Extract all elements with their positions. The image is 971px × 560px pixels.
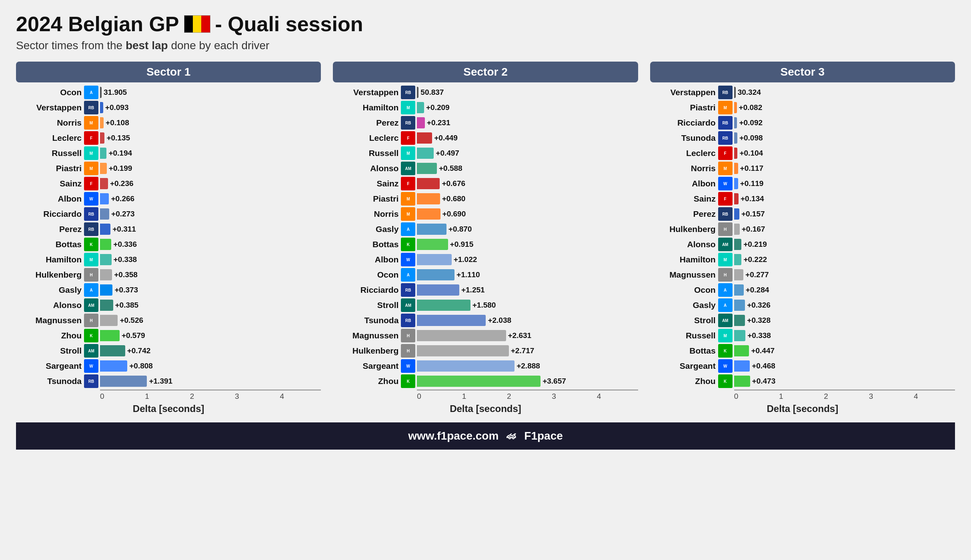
driver-name: Hamilton xyxy=(650,255,718,264)
bar-value: +1.022 xyxy=(454,255,477,264)
driver-name: Stroll xyxy=(16,346,84,356)
x-tick: 1 xyxy=(779,392,783,401)
team-logo: M xyxy=(401,146,415,160)
team-logo: F xyxy=(84,131,98,145)
x-axis: 01234 xyxy=(650,392,955,401)
bar-value: +2.038 xyxy=(488,316,511,325)
bar-row: HamiltonM+0.338 xyxy=(16,253,321,266)
bar-container: +0.104 xyxy=(734,148,955,159)
team-logo: A xyxy=(718,283,733,297)
driver-name: Verstappen xyxy=(333,88,401,97)
driver-name: Albon xyxy=(650,179,718,188)
driver-name: Bottas xyxy=(333,240,401,249)
bar-container: +0.338 xyxy=(734,330,955,341)
bar-row: MagnussenH+0.277 xyxy=(650,268,955,282)
bar-container: +0.676 xyxy=(417,178,638,189)
team-logo: H xyxy=(401,329,415,342)
team-logo: M xyxy=(84,146,98,160)
driver-name: Russell xyxy=(16,148,84,158)
bar-row: HulkenbergH+2.717 xyxy=(333,344,638,358)
bar-value: +1.251 xyxy=(461,286,485,294)
delta-label: Delta [seconds] xyxy=(16,403,321,414)
axis-line xyxy=(734,390,955,390)
bar-row: PiastriM+0.199 xyxy=(16,162,321,175)
driver-name: Tsunoda xyxy=(16,376,84,386)
subtitle: Sector times from the best lap done by e… xyxy=(16,39,955,52)
driver-name: Gasly xyxy=(16,285,84,295)
bar-value: +0.236 xyxy=(110,179,134,188)
driver-name: Sargeant xyxy=(650,361,718,371)
bar-container: +0.108 xyxy=(100,117,321,128)
team-logo: A xyxy=(718,298,733,312)
driver-name: Magnussen xyxy=(16,316,84,325)
bar-container: +0.311 xyxy=(100,224,321,235)
bar-container: +0.093 xyxy=(100,102,321,113)
bar-value: +1.391 xyxy=(149,377,172,386)
team-logo: RB xyxy=(718,116,733,130)
bar-row: AlbonW+0.119 xyxy=(650,177,955,190)
driver-name: Alonso xyxy=(650,240,718,249)
team-logo: AM xyxy=(401,298,415,312)
team-logo: F xyxy=(718,146,733,160)
bar-container: +0.338 xyxy=(100,254,321,265)
driver-name: Bottas xyxy=(16,240,84,249)
team-logo: A xyxy=(84,283,98,297)
bar-container: +1.580 xyxy=(417,300,638,311)
bar-container: +0.277 xyxy=(734,269,955,280)
bar-row: VerstappenRB+0.093 xyxy=(16,101,321,114)
bar-value: +0.808 xyxy=(129,362,153,370)
bar-value: +1.110 xyxy=(456,270,480,279)
bar-row: StrollAM+1.580 xyxy=(333,298,638,312)
x-tick: 3 xyxy=(235,392,239,401)
driver-name: Verstappen xyxy=(16,103,84,112)
bar-value: +0.326 xyxy=(747,301,771,310)
x-tick: 2 xyxy=(824,392,828,401)
team-logo: RB xyxy=(401,116,415,130)
driver-name: Tsunoda xyxy=(333,316,401,325)
bar-container: +0.098 xyxy=(734,132,955,144)
team-logo: RB xyxy=(718,86,733,99)
bar-container: +0.588 xyxy=(417,163,638,174)
bar-container: +0.358 xyxy=(100,269,321,280)
driver-name: Sainz xyxy=(333,179,401,188)
bar-row: HamiltonM+0.209 xyxy=(333,101,638,114)
x-tick: 4 xyxy=(597,392,601,401)
team-logo: AM xyxy=(84,344,98,358)
driver-name: Tsunoda xyxy=(650,133,718,143)
team-logo: AM xyxy=(718,238,733,251)
driver-name: Russell xyxy=(333,148,401,158)
bar-container: +0.742 xyxy=(100,345,321,356)
bar-row: HulkenbergH+0.358 xyxy=(16,268,321,282)
driver-name: Piastri xyxy=(650,103,718,112)
driver-name: Bottas xyxy=(650,346,718,356)
bar-row: AlbonW+1.022 xyxy=(333,253,638,266)
bar-container: +2.717 xyxy=(417,345,638,356)
bar-value: +3.657 xyxy=(543,377,566,386)
bar-value: +0.219 xyxy=(743,240,767,249)
bar-row: StrollAM+0.742 xyxy=(16,344,321,358)
bar-row: RussellM+0.194 xyxy=(16,146,321,160)
team-logo: H xyxy=(84,314,98,327)
bar-value: +0.579 xyxy=(122,331,145,340)
x-tick: 1 xyxy=(462,392,466,401)
driver-name: Perez xyxy=(16,224,84,234)
bar-value: +0.273 xyxy=(111,210,135,218)
driver-name: Zhou xyxy=(650,376,718,386)
driver-name: Zhou xyxy=(16,331,84,340)
bar-container: +0.266 xyxy=(100,193,321,204)
bar-value: +0.497 xyxy=(436,149,459,158)
bar-value: +0.093 xyxy=(105,103,129,112)
bar-container: +0.082 xyxy=(734,102,955,113)
driver-name: Magnussen xyxy=(333,331,401,340)
bar-row: PerezRB+0.157 xyxy=(650,207,955,221)
bar-container: +3.657 xyxy=(417,376,638,387)
bar-row: AlbonW+0.266 xyxy=(16,192,321,206)
bar-row: RicciardoRB+1.251 xyxy=(333,283,638,297)
bar-value: +0.117 xyxy=(740,164,764,173)
bar-row: MagnussenH+0.526 xyxy=(16,314,321,327)
footer: www.f1pace.com 🏎 F1pace xyxy=(16,422,955,450)
bar-row: TsunodaRB+2.038 xyxy=(333,314,638,327)
team-logo: RB xyxy=(84,222,98,236)
bar-row: AlonsoAM+0.219 xyxy=(650,238,955,251)
bar-row: AlonsoAM+0.588 xyxy=(333,162,638,175)
